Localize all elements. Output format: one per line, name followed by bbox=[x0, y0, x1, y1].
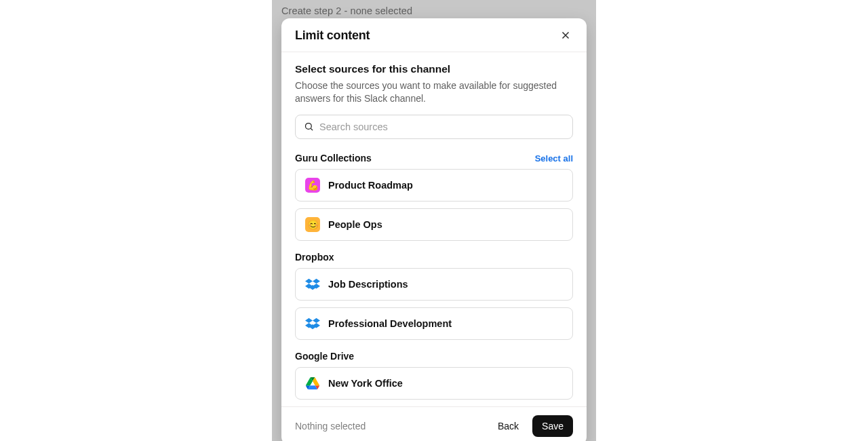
modal-body: Select sources for this channel Choose t… bbox=[281, 52, 587, 402]
dropbox-icon bbox=[305, 316, 320, 331]
source-item-product-roadmap[interactable]: 💪 Product Roadmap bbox=[295, 169, 573, 202]
svg-marker-2 bbox=[313, 279, 320, 284]
group-header-dropbox: Dropbox bbox=[295, 252, 573, 263]
source-item-professional-development[interactable]: Professional Development bbox=[295, 307, 573, 340]
source-item-job-descriptions[interactable]: Job Descriptions bbox=[295, 268, 573, 301]
save-button[interactable]: Save bbox=[532, 415, 573, 437]
modal-title: Limit content bbox=[295, 28, 370, 43]
group-label: Guru Collections bbox=[295, 153, 372, 164]
collection-icon: 😊 bbox=[305, 217, 320, 232]
group-header-guru-collections: Guru Collections Select all bbox=[295, 153, 573, 164]
svg-marker-1 bbox=[305, 279, 313, 284]
limit-content-modal: Limit content Select sources for this ch… bbox=[281, 18, 587, 441]
source-item-new-york-office[interactable]: New York Office bbox=[295, 367, 573, 400]
svg-marker-6 bbox=[305, 318, 313, 323]
collection-icon: 💪 bbox=[305, 178, 320, 193]
modal-footer: Nothing selected Back Save bbox=[281, 406, 587, 441]
source-label: Professional Development bbox=[328, 318, 452, 329]
source-label: Job Descriptions bbox=[328, 279, 408, 290]
google-drive-icon bbox=[305, 376, 320, 391]
source-item-people-ops[interactable]: 😊 People Ops bbox=[295, 208, 573, 241]
search-sources-wrapper[interactable] bbox=[295, 115, 573, 139]
close-button[interactable] bbox=[558, 28, 573, 43]
search-input[interactable] bbox=[319, 121, 564, 132]
close-icon bbox=[559, 29, 572, 41]
search-icon bbox=[304, 121, 314, 132]
group-header-google-drive: Google Drive bbox=[295, 351, 573, 362]
stage-caption: Create step 2 - none selected bbox=[281, 5, 412, 16]
back-button[interactable]: Back bbox=[488, 415, 528, 437]
select-sources-title: Select sources for this channel bbox=[295, 63, 573, 75]
select-all-link[interactable]: Select all bbox=[535, 153, 573, 164]
group-label: Dropbox bbox=[295, 252, 334, 263]
source-label: New York Office bbox=[328, 378, 403, 389]
stage-backdrop: Create step 2 - none selected Limit cont… bbox=[272, 0, 596, 441]
source-label: Product Roadmap bbox=[328, 180, 413, 191]
select-sources-description: Choose the sources you want to make avai… bbox=[295, 79, 573, 105]
dropbox-icon bbox=[305, 277, 320, 292]
source-label: People Ops bbox=[328, 219, 382, 230]
group-label: Google Drive bbox=[295, 351, 354, 362]
modal-header: Limit content bbox=[281, 18, 587, 52]
selection-status: Nothing selected bbox=[295, 421, 488, 432]
svg-point-0 bbox=[306, 123, 312, 130]
svg-marker-7 bbox=[313, 318, 320, 323]
